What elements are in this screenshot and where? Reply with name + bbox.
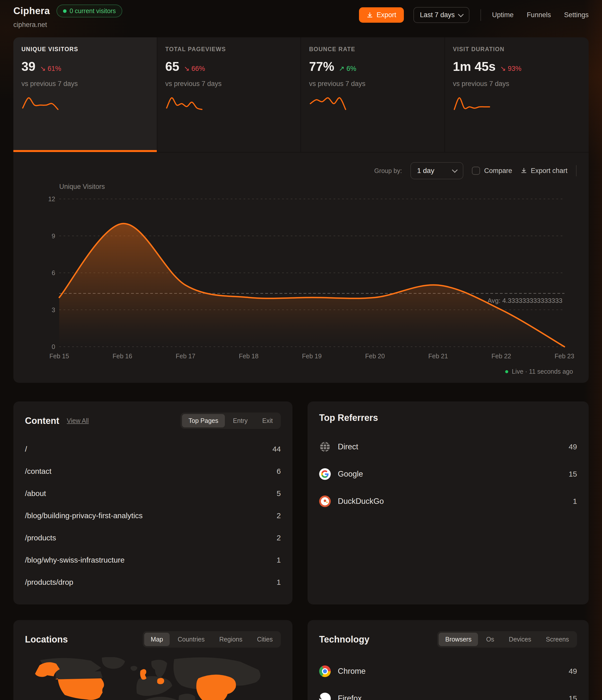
- stat-visit-duration[interactable]: VISIT DURATION 1m 45s ↘ 93% vs previous …: [445, 37, 589, 152]
- header-divider: [480, 9, 481, 21]
- tab-regions[interactable]: Regions: [213, 633, 249, 646]
- page-row[interactable]: /products2: [25, 527, 281, 549]
- site-domain: ciphera.net: [14, 21, 122, 29]
- stat-delta: ↘ 61%: [40, 65, 61, 73]
- stats-row: UNIQUE VISITORS 39 ↘ 61% vs previous 7 d…: [14, 37, 588, 153]
- tab-top-pages[interactable]: Top Pages: [182, 414, 225, 427]
- stat-delta: ↘ 93%: [500, 65, 521, 73]
- content-card: Content View All Top Pages Entry Exit /4…: [14, 401, 293, 604]
- svg-text:0: 0: [52, 343, 55, 350]
- map-region-united-states: [55, 678, 104, 700]
- locations-title: Locations: [25, 634, 68, 645]
- dashboard-page: Ciphera 0 current visitors ciphera.net E…: [0, 0, 602, 700]
- content-title: Content: [25, 416, 59, 426]
- stat-value: 65: [166, 59, 179, 74]
- tab-screens[interactable]: Screens: [539, 633, 576, 646]
- tab-browsers[interactable]: Browsers: [438, 633, 478, 646]
- page-row[interactable]: /44: [25, 438, 281, 460]
- page-row[interactable]: /blog/why-swiss-infrastructure1: [25, 549, 281, 571]
- header-right: Export Last 7 days Uptime Funnels Settin…: [359, 7, 588, 23]
- download-icon: [521, 168, 527, 174]
- duckduckgo-icon: [319, 496, 331, 507]
- nav-item-uptime[interactable]: Uptime: [492, 11, 514, 19]
- tab-devices[interactable]: Devices: [502, 633, 538, 646]
- tab-map[interactable]: Map: [144, 633, 170, 646]
- referrers-card: Top Referrers Direct 49: [307, 401, 588, 604]
- locations-card: Locations Map Countries Regions Cities: [14, 620, 293, 700]
- nav-item-settings[interactable]: Settings: [564, 11, 588, 19]
- nav-item-funnels[interactable]: Funnels: [527, 11, 551, 19]
- svg-text:3: 3: [52, 306, 55, 314]
- referrer-row[interactable]: Google 15: [319, 460, 577, 488]
- browser-row[interactable]: Chrome 49: [319, 658, 577, 685]
- stat-value: 39: [21, 59, 35, 74]
- firefox-icon: [319, 693, 331, 700]
- tab-countries[interactable]: Countries: [171, 633, 211, 646]
- page-row[interactable]: /contact6: [25, 460, 281, 482]
- download-icon: [367, 12, 373, 18]
- live-dot-icon: [63, 9, 67, 13]
- export-button[interactable]: Export: [359, 7, 404, 23]
- export-chart-button[interactable]: Export chart: [521, 167, 568, 175]
- map-region-middle-east: [179, 694, 196, 700]
- compare-checkbox[interactable]: [472, 167, 480, 175]
- stat-value: 1m 45s: [453, 59, 496, 74]
- map-region-romania: [157, 678, 164, 684]
- svg-text:Unique Visitors: Unique Visitors: [59, 183, 105, 191]
- chevron-down-icon: [458, 11, 464, 17]
- group-by-dropdown[interactable]: 1 day: [410, 162, 463, 179]
- page-row[interactable]: /about5: [25, 482, 281, 505]
- referrer-row[interactable]: Direct 49: [319, 433, 577, 460]
- svg-text:Feb 23: Feb 23: [555, 352, 574, 359]
- current-visitors-badge: 0 current visitors: [56, 4, 122, 18]
- svg-text:Feb 18: Feb 18: [239, 352, 259, 359]
- header-left: Ciphera 0 current visitors ciphera.net: [14, 4, 122, 29]
- locations-tabs: Map Countries Regions Cities: [143, 631, 281, 648]
- google-icon: [319, 468, 331, 480]
- content-tabs: Top Pages Entry Exit: [180, 412, 281, 429]
- current-visitors-label: 0 current visitors: [70, 7, 116, 15]
- page-row[interactable]: /blog/building-privacy-first-analytics2: [25, 505, 281, 527]
- technology-tabs: Browsers Os Devices Screens: [437, 631, 577, 648]
- world-map[interactable]: [25, 657, 281, 700]
- sparkline-chart: [309, 95, 347, 112]
- chart-controls: Group by: 1 day Compare Export chart: [14, 153, 588, 180]
- svg-text:6: 6: [52, 269, 55, 276]
- svg-text:Feb 19: Feb 19: [302, 352, 322, 359]
- live-status: Live · 11 seconds ago: [14, 368, 588, 383]
- svg-text:Feb 21: Feb 21: [428, 352, 448, 359]
- tab-exit[interactable]: Exit: [256, 414, 279, 427]
- site-title: Ciphera: [14, 5, 50, 17]
- stat-unique-visitors[interactable]: UNIQUE VISITORS 39 ↘ 61% vs previous 7 d…: [14, 37, 157, 152]
- sparkline-chart: [453, 95, 491, 112]
- svg-text:Feb 16: Feb 16: [113, 352, 132, 359]
- svg-text:Feb 20: Feb 20: [365, 352, 385, 359]
- svg-text:9: 9: [52, 232, 55, 240]
- tab-os[interactable]: Os: [479, 633, 501, 646]
- browsers-list: Chrome 49 Firefox 15: [319, 658, 577, 700]
- tab-entry[interactable]: Entry: [226, 414, 254, 427]
- browser-row[interactable]: Firefox 15: [319, 685, 577, 700]
- referrer-row[interactable]: DuckDuckGo 1: [319, 488, 577, 515]
- referrers-title: Top Referrers: [319, 412, 378, 423]
- stat-bounce-rate[interactable]: BOUNCE RATE 77% ↗ 6% vs previous 7 days: [301, 37, 445, 152]
- svg-text:Avg: 4.333333333333333: Avg: 4.333333333333333: [487, 297, 562, 304]
- map-region-scandinavia: [151, 660, 167, 678]
- technology-card: Technology Browsers Os Devices Screens C…: [307, 620, 588, 700]
- date-range-dropdown[interactable]: Last 7 days: [413, 7, 469, 23]
- pages-list: /44 /contact6 /about5 /blog/building-pri…: [25, 438, 281, 593]
- map-region-greenland: [102, 657, 125, 669]
- compare-toggle[interactable]: Compare: [472, 167, 512, 175]
- stat-delta: ↗ 6%: [339, 65, 356, 73]
- svg-text:Feb 22: Feb 22: [492, 352, 511, 359]
- technology-title: Technology: [319, 634, 369, 645]
- tab-cities[interactable]: Cities: [250, 633, 279, 646]
- globe-icon: [319, 441, 331, 453]
- page-row[interactable]: /products/drop1: [25, 571, 281, 593]
- analytics-card: UNIQUE VISITORS 39 ↘ 61% vs previous 7 d…: [14, 37, 588, 383]
- stat-total-pageviews[interactable]: TOTAL PAGEVIEWS 65 ↘ 66% vs previous 7 d…: [157, 37, 301, 152]
- stat-delta: ↘ 66%: [184, 65, 205, 73]
- visitors-area-chart[interactable]: Unique Visitors036912Avg: 4.333333333333…: [14, 180, 588, 367]
- live-dot-icon: [505, 370, 508, 373]
- view-all-link[interactable]: View All: [67, 417, 89, 424]
